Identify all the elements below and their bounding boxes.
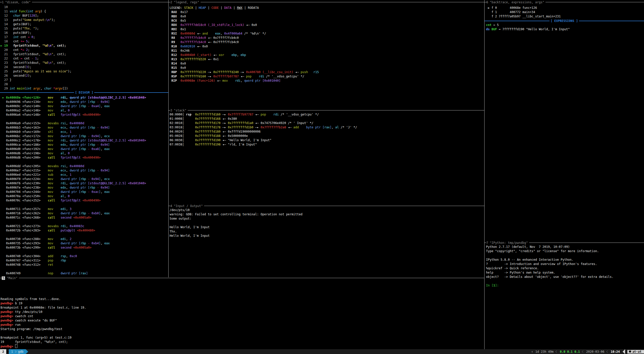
- line: 27 }: [1, 78, 168, 82]
- line: [1, 220, 168, 224]
- pane-title-label: "disasm, code": [5, 1, 30, 4]
- gdb-console[interactable]: Reading symbols from test...done.pwndbg>…: [1, 297, 479, 348]
- pane-number: 2: [170, 1, 172, 4]
- border-line: ─: [485, 241, 486, 245]
- line: R14 0x0: [170, 62, 483, 66]
- line: 0x40070c <func+252> call fprintf@plt <0x…: [1, 198, 168, 203]
- line: 0x400740 <func+304> add rsp, 0xc0: [1, 254, 168, 258]
- line: 01:0008│ 0x7fffffffd168 ◂— 0x380: [170, 117, 483, 121]
- line: pwndbg> run: [1, 323, 479, 327]
- line: 0x400721 <func+273> movabs rdi, 0x40083c: [1, 224, 168, 228]
- uptime-icon: ↑: [531, 350, 533, 353]
- line: 02:0010│ 0x7fffffffd170 —▸ 0x7fffffffd1a…: [170, 121, 483, 125]
- ipython-console[interactable]: Python 2.7.17 (default, Nov 7 2019, 10:0…: [486, 245, 643, 288]
- line: [486, 279, 643, 283]
- line: 0x400716 <func+262> mov dword ptr [rbp -…: [1, 211, 168, 216]
- pane-number: 3: [170, 109, 172, 112]
- chevron-left-icon: [606, 350, 609, 353]
- line: 0x4006ca <func+186> mov edx, dword ptr […: [1, 143, 168, 147]
- line: R10 0x602010 ◂— 0x0: [170, 44, 483, 49]
- pane-title-disasm-code: ─1"disasm, code": [0, 0, 168, 4]
- line: RBP 0x7fffffffd220 —▸ 0x7fffffffd240 —▸ …: [170, 70, 483, 74]
- line: 04:0020│ 0x7fffffffd180 ◂— 0xffffd190000…: [170, 130, 483, 134]
- pane-border-vertical-right[interactable]: [484, 0, 485, 349]
- load-average: 0.0 0.1 0.1: [560, 350, 580, 353]
- line: 22 cnt = cnt - 1;: [1, 56, 168, 61]
- line: pwndbg> tty /dev/pts/10: [1, 310, 479, 314]
- line: 0x4006ed <func+221> sub ecx, 1: [1, 173, 168, 177]
- source-code[interactable]: 10 11 void func(int arg) { 12 char BUF[1…: [1, 5, 168, 91]
- line: Starting program: /tmp/pwndbg/test: [1, 327, 479, 331]
- pane-title-io: ─4"Input / Output": [169, 204, 484, 208]
- pane-number: 6: [486, 1, 488, 4]
- line: 03:0018│ 0x7fffffffd178 —▸ 0x7fffffffd1b…: [170, 125, 483, 130]
- disasm-separator-label: [ DISASM ]: [75, 91, 93, 94]
- line: 14 gets(BUF);: [1, 22, 168, 26]
- line: help -> Python's own help system.: [486, 271, 643, 275]
- line: RIP 0x40068e (func+126) ◂— mov rdi, qwor…: [170, 79, 483, 83]
- line: 0x4006a2 <func+146> mov al, 0: [1, 108, 168, 113]
- line: 0x4006e7 <func+215> mov ecx, dword ptr […: [1, 168, 168, 173]
- window-1-name: gdb: [18, 350, 23, 353]
- border-line: ─: [169, 204, 170, 208]
- border-line: [201, 2, 484, 2]
- line: 0x400730 <func+288> mov edi, 2: [1, 237, 168, 241]
- backtrace[interactable]: ► f 0 40068e func+126 f 1 400772 main+34…: [486, 6, 643, 19]
- line: RCX 0x5: [170, 19, 483, 23]
- border-line: [0, 92, 74, 93]
- line: Type "copyright", "credits" or "license"…: [486, 249, 643, 253]
- line: 0x4006d6 <func+198> mov al, 0: [1, 151, 168, 156]
- registers[interactable]: LEGEND: STACK | HEAP | CODE | DATA | RWX…: [170, 6, 483, 83]
- line: RBX 0x0: [170, 14, 483, 19]
- pane-number-active: 5: [2, 276, 5, 280]
- line: 21 fprintf(stdout, "%d\n", cnt);: [1, 52, 168, 56]
- line: 11 void func(int arg) {: [1, 9, 168, 14]
- line: RSI 0x40080d ◂— and eax, 0x4f000a64 /* '…: [170, 32, 483, 36]
- line: 25 puts("Again as it was so nice");: [1, 69, 168, 74]
- line: 0x40073b <func+299> call second <0x4005a…: [1, 246, 168, 250]
- line: 0x4006b3 <func+163> mov ecx, dword ptr […: [1, 126, 168, 130]
- stack[interactable]: 00:0000│ rsp 0x7fffffffd160 —▸ 0x7ffff7b…: [170, 112, 483, 147]
- line: R13 0x7fffffffd320 ◂— 0x1: [170, 57, 483, 62]
- expressions-separator: [ EXPRESSIONS ]: [485, 19, 644, 23]
- line: [1, 160, 168, 164]
- powerline-arrow-icon: [26, 349, 28, 354]
- pane-title-label: "Main": [7, 276, 17, 280]
- line: 10: [1, 5, 168, 9]
- window-2-index: 2: [2, 350, 4, 353]
- line: 19 fprintf(stdout, "%d\n", cnt);: [1, 340, 479, 344]
- expressions[interactable]: cnt = 5ds BUF = 7fffffffd190 "Hello Worl…: [486, 23, 643, 32]
- line: 0x4006dd <func+205> movabs rsi, 0x40080d: [1, 164, 168, 168]
- uptime-value: 1d 23h 49m: [535, 350, 554, 353]
- disassembly[interactable]: ► 0x40068e <func+126> mov rdi, qword ptr…: [1, 96, 168, 276]
- pane-border-vertical-left[interactable]: [168, 0, 169, 277]
- line: ► 19 fprintf(stdout, "%d\n", cnt);: [1, 44, 168, 48]
- line: R15 0x0: [170, 66, 483, 70]
- tmux-window-1-gdb-tab[interactable]: 1 gdb: [9, 349, 26, 354]
- io-output[interactable]: /dev/pts/10warning: GDB: Failed to set c…: [170, 208, 483, 238]
- powerline-arrow-icon: [6, 349, 9, 354]
- border-line: [19, 278, 484, 278]
- border-line: ─: [485, 1, 486, 4]
- line: 0x400711 <func+257> mov edi, 3: [1, 207, 168, 211]
- tmux-window-2-tab[interactable]: 2: [0, 349, 6, 354]
- line: pwndbg> cwatch execute "ds BUF": [1, 318, 479, 323]
- line: 18 cnt += 5;: [1, 39, 168, 44]
- pane-title-backtrace: ─6"backtrace, expressions, args": [485, 0, 644, 4]
- line: pwndbg> cwatch cnt: [1, 314, 479, 318]
- status-time: 10:24: [611, 350, 620, 353]
- border-line: [32, 2, 168, 2]
- line: Some output:: [170, 217, 483, 221]
- line: 16 puts(BUF);: [1, 31, 168, 35]
- pane-title-stack: ─3"stack": [169, 108, 484, 112]
- line: 0x4006fe <func+238> mov edx, dword ptr […: [1, 186, 168, 190]
- line: [1, 203, 168, 207]
- line: ds BUF = 7fffffffd190 "Hello World, I'm …: [486, 27, 643, 32]
- line: RDX 0x7ffff7dd18c0 (_IO_stdfile_1_lock) …: [170, 23, 483, 27]
- pane-title-legend-regs: ─2"legend, regs": [169, 0, 484, 4]
- line: 06:0030│ 0x7fffffffd190 ◂— "Hello World,…: [170, 138, 483, 142]
- status-bar-windows: 2 1 gdb: [0, 349, 28, 354]
- line: RAX 0x17: [170, 10, 483, 14]
- line: ? -> Introduction and overview of IPytho…: [486, 262, 643, 266]
- pane-title-label: "IPython: tmp/pwndbg": [490, 241, 528, 245]
